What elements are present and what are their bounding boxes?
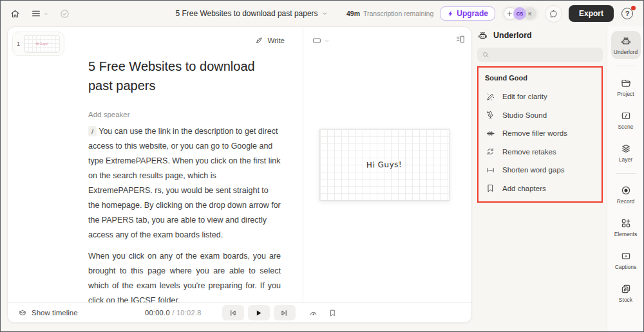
toggle-side-panel-button[interactable]	[455, 34, 466, 44]
transcript-paragraph[interactable]: When you click on any of the exam boards…	[88, 249, 281, 302]
elements-grid-icon	[620, 217, 632, 229]
document-heading[interactable]: 5 Free Websites to download past papers	[88, 57, 281, 95]
comments-button[interactable]	[545, 5, 562, 23]
sidebar-item-stock[interactable]: Stock	[611, 279, 641, 307]
video-preview-stage[interactable]: Hi Guys!	[319, 129, 450, 201]
timeline-box-icon	[18, 308, 27, 317]
sidebar-item-record[interactable]: Record	[611, 180, 641, 208]
sidebar-item-scene[interactable]: Scene	[611, 106, 641, 134]
sidebar-item-label: Scene	[618, 124, 633, 130]
transcript-paragraph[interactable]: /You can use the link in the description…	[88, 124, 281, 243]
scene-number: 1	[17, 41, 20, 47]
chevron-down-icon	[322, 10, 328, 17]
play-button[interactable]	[248, 305, 270, 320]
upgrade-button[interactable]: Upgrade	[440, 6, 495, 21]
sidebar-item-label: Underlord	[614, 49, 638, 55]
show-timeline-label: Show timeline	[32, 309, 78, 317]
video-canvas-area: Hi Guys!	[304, 27, 471, 302]
current-time: 00:00.0	[145, 309, 170, 317]
bookmark-marker-icon[interactable]	[328, 309, 337, 317]
sidebar-item-label: Captions	[615, 264, 637, 270]
sidebar-item-label: Project	[617, 91, 634, 97]
upgrade-label: Upgrade	[457, 9, 488, 18]
stock-media-icon	[620, 283, 632, 295]
document-title-dropdown[interactable]: 5 Free Websites to download past papers	[175, 9, 328, 18]
aspect-ratio-button[interactable]	[312, 35, 330, 46]
sidebar-divider	[616, 173, 636, 174]
sidebar-item-project[interactable]: Project	[611, 73, 641, 101]
home-button[interactable]	[10, 8, 21, 19]
transcription-minutes: 49m	[346, 10, 360, 17]
add-speaker-button[interactable]: Add speaker	[88, 111, 281, 118]
write-pen-icon	[254, 36, 263, 45]
lightning-bolt-icon	[447, 10, 454, 17]
ai-action-label: Remove filler words	[502, 129, 567, 137]
strikethrough-words-icon	[486, 129, 495, 138]
transcript-editor[interactable]: 1 Hi Guys! Write 5 Free Websites to down…	[8, 27, 303, 302]
topbar-right-group: 49m Transcription remaining Upgrade CS K	[346, 5, 634, 23]
playback-speed-icon[interactable]	[308, 308, 318, 318]
avatar[interactable]: CS	[513, 7, 526, 20]
word-gap-icon	[486, 165, 495, 175]
sidebar-item-elements[interactable]: Elements	[611, 213, 641, 241]
ai-action-add-chapters[interactable]: Add chapters	[478, 180, 601, 198]
sidebar-divider	[616, 66, 636, 66]
comment-bubble-icon	[549, 9, 558, 19]
scene-slash-icon	[620, 110, 632, 122]
ai-action-label: Remove retakes	[502, 148, 556, 156]
show-timeline-button[interactable]: Show timeline	[18, 308, 78, 317]
help-button[interactable]: ?	[620, 6, 634, 21]
slash-command-chip[interactable]: /	[88, 126, 97, 136]
sync-status-button[interactable]	[59, 8, 70, 19]
notification-dot	[631, 6, 636, 10]
ai-action-label: Edit for clarity	[502, 93, 547, 100]
loop-arrows-icon	[486, 147, 495, 156]
search-icon	[482, 51, 489, 59]
sidebar-item-captions[interactable]: A Captions	[611, 246, 641, 274]
panel-layout-icon	[455, 34, 466, 44]
ai-action-edit-for-clarity[interactable]: Edit for clarity	[478, 88, 601, 106]
ai-action-shorten-word-gaps[interactable]: Shorten word gaps	[478, 161, 601, 180]
sidebar-item-underlord[interactable]: Underlord	[611, 31, 641, 59]
skip-to-end-button[interactable]	[274, 305, 296, 320]
write-button[interactable]: Write	[254, 36, 285, 45]
svg-text:A: A	[624, 254, 627, 258]
collaborator-group: CS K	[502, 6, 538, 21]
time-display: 00:00.0 / 10:02.8	[145, 309, 202, 317]
ai-action-label: Shorten word gaps	[502, 166, 565, 174]
ai-action-label: Studio Sound	[502, 111, 547, 119]
total-time: 10:02.8	[176, 309, 202, 317]
document-title: 5 Free Websites to download past papers	[175, 9, 317, 18]
robot-icon	[477, 30, 488, 41]
sidebar-item-layer[interactable]: Layer	[611, 138, 641, 167]
transcription-label: Transcription remaining	[363, 10, 433, 17]
editor-card: 1 Hi Guys! Write 5 Free Websites to down…	[7, 26, 472, 323]
ai-action-studio-sound[interactable]: Studio Sound	[478, 106, 601, 125]
top-bar: 5 Free Websites to download past papers …	[1, 1, 643, 26]
skip-to-start-button[interactable]	[222, 305, 244, 320]
player-controls: 00:00.0 / 10:02.8	[145, 305, 337, 320]
sidebar-item-label: Layer	[619, 156, 632, 163]
scene-thumbnail-item[interactable]: 1 Hi Guys!	[12, 32, 64, 56]
video-caption-text[interactable]: Hi Guys!	[366, 160, 402, 169]
sidebar-item-label: Elements	[614, 231, 637, 237]
chevron-down-icon	[43, 11, 49, 17]
check-circle-icon	[59, 8, 70, 19]
right-sidebar: Underlord Project Scene Layer	[607, 26, 644, 331]
home-icon	[10, 8, 21, 19]
write-label: Write	[267, 37, 285, 44]
robot-icon	[620, 35, 632, 47]
microphone-plus-icon	[486, 110, 495, 120]
ai-action-remove-retakes[interactable]: Remove retakes	[478, 143, 601, 161]
underlord-panel-header: Underlord	[477, 26, 603, 44]
transcription-remaining: 49m Transcription remaining	[346, 10, 433, 17]
pencil-sparkle-icon	[486, 92, 495, 102]
export-button[interactable]: Export	[569, 5, 614, 22]
topbar-left-group	[10, 8, 70, 19]
sidebar-item-label: Stock	[619, 297, 632, 303]
main-menu-button[interactable]	[31, 8, 49, 19]
ai-action-remove-filler-words[interactable]: Remove filler words	[478, 124, 601, 143]
chevron-down-icon	[324, 38, 330, 44]
hamburger-icon	[31, 8, 41, 19]
underlord-search-input[interactable]	[477, 48, 603, 62]
